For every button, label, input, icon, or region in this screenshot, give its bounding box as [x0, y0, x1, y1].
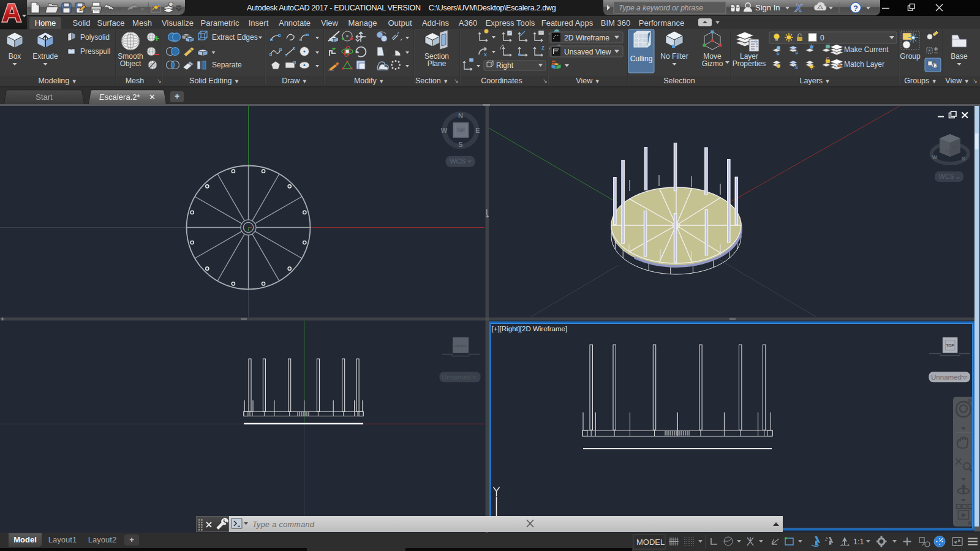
svg-text:N: N	[458, 112, 463, 119]
svg-text:W: W	[932, 154, 938, 160]
svg-text:Group: Group	[900, 52, 921, 61]
svg-text:No Filter: No Filter	[660, 52, 688, 61]
svg-text:1:1: 1:1	[853, 538, 864, 546]
svg-text:Unnamed: Unnamed	[931, 373, 962, 381]
svg-text:S: S	[458, 141, 462, 148]
svg-text:FRONT: FRONT	[454, 344, 467, 348]
svg-text:W: W	[441, 127, 448, 134]
svg-text:Object: Object	[120, 59, 141, 68]
svg-text:S: S	[962, 156, 965, 162]
svg-text:MODEL: MODEL	[636, 538, 665, 547]
svg-text:?: ?	[853, 4, 858, 13]
svg-text:2D Wireframe: 2D Wireframe	[564, 34, 609, 42]
svg-text:Unsaved View: Unsaved View	[564, 48, 611, 56]
svg-text:x: x	[484, 51, 487, 58]
svg-text:Base: Base	[951, 52, 968, 61]
svg-text:E: E	[475, 127, 480, 134]
svg-text:Unnamed: Unnamed	[442, 373, 471, 381]
svg-text:WCS: WCS	[450, 157, 466, 165]
svg-text:Separate: Separate	[212, 61, 242, 69]
svg-text:Sign In: Sign In	[755, 3, 780, 12]
svg-text:Type a keyword or phrase: Type a keyword or phrase	[619, 4, 703, 12]
svg-text:Polysolid: Polysolid	[80, 33, 110, 42]
svg-text:TOP: TOP	[457, 128, 466, 132]
svg-text:Extract Edges: Extract Edges	[212, 33, 258, 42]
svg-text:Properties: Properties	[733, 59, 766, 68]
svg-text:WCS: WCS	[939, 173, 954, 180]
svg-text:Match Layer: Match Layer	[844, 60, 884, 69]
svg-text:Gizmo: Gizmo	[702, 59, 723, 68]
svg-text:Type a command: Type a command	[252, 520, 315, 529]
svg-text:Box: Box	[9, 52, 21, 61]
svg-text:Presspull: Presspull	[80, 47, 110, 56]
svg-text:Plane: Plane	[428, 59, 447, 68]
svg-text:Extrude: Extrude	[32, 52, 58, 61]
svg-text:X: X	[794, 2, 803, 14]
svg-text:Culling: Culling	[630, 54, 653, 63]
svg-text:Right: Right	[496, 61, 514, 70]
svg-text:[+][Right][2D Wireframe]: [+][Right][2D Wireframe]	[492, 325, 568, 332]
svg-text:TOP: TOP	[946, 343, 954, 348]
svg-text:Make Current: Make Current	[844, 45, 889, 54]
svg-text:0: 0	[820, 34, 824, 42]
svg-text:z: z	[541, 44, 545, 51]
